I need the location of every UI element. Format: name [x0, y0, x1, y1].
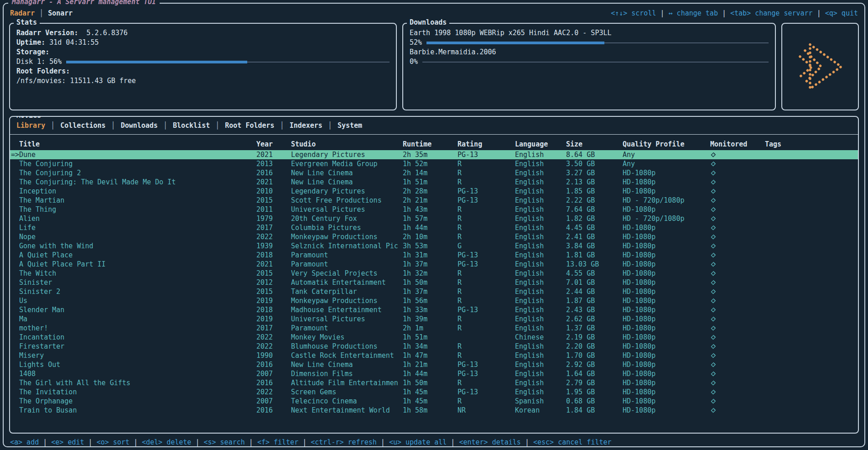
tab-blocklist[interactable]: Blocklist	[167, 120, 215, 131]
table-row[interactable]: Alien197920th Century Fox1h 57mREnglish1…	[10, 214, 858, 223]
tab-separator: │	[51, 120, 55, 131]
table-row[interactable]: The Conjuring2013Evergreen Media Group1h…	[10, 159, 858, 168]
tab-indexers[interactable]: Indexers	[284, 120, 328, 131]
cell-rating: R	[457, 351, 515, 360]
cell-rating: NR	[457, 406, 515, 415]
table-row[interactable]: Ma2019Universal Pictures1h 39mREnglish2.…	[10, 314, 858, 324]
cell-size: 2.62 GB	[566, 314, 623, 324]
servarr-tab-radarr[interactable]: Radarr	[10, 9, 35, 17]
cell-language: English	[515, 187, 566, 196]
table-row[interactable]: The Conjuring 22016New Line Cinema2h 14m…	[10, 168, 858, 178]
cell-language: English	[515, 241, 566, 251]
table-row[interactable]: The Martian2015Scott Free Productions2h …	[10, 196, 858, 205]
table-row[interactable]: Slender Man2018Madhouse Entertainment1h …	[10, 305, 858, 314]
table-row[interactable]: A Quiet Place2018Paramount1h 31mPG-13Eng…	[10, 251, 858, 260]
table-row[interactable]: Inception2010Legendary Pictures2h 28mPG-…	[10, 187, 858, 196]
monitored-icon	[710, 251, 765, 260]
cell-tags	[765, 241, 858, 251]
tab-collections[interactable]: Collections	[55, 120, 111, 131]
cell-size: 13.03 GB	[566, 260, 623, 269]
monitored-icon	[710, 324, 765, 333]
cell-year: 2007	[256, 369, 291, 378]
table-row[interactable]: Gone with the Wind1939Selznick Internati…	[10, 241, 858, 251]
table-row[interactable]: The Orphanage2007Telecinco Cinema1h 45mR…	[10, 397, 858, 406]
table-row[interactable]: Life2017Columbia Pictures1h 44mREnglish4…	[10, 223, 858, 232]
cell-language: English	[515, 251, 566, 260]
table-row[interactable]: The Thing2011Universal Pictures1h 43mREn…	[10, 205, 858, 214]
cell-runtime: 1h 47m	[403, 351, 457, 360]
servarr-tab-sonarr[interactable]: Sonarr	[48, 9, 73, 17]
cell-size: 2.20 GB	[566, 342, 623, 351]
tab-root-folders[interactable]: Root Folders	[219, 120, 280, 131]
column-header-title: Title	[10, 139, 256, 149]
table-row[interactable]: Sinister2012Automatik Entertainment1h 50…	[10, 278, 858, 287]
table-row[interactable]: mother!2017Paramount2h 1mREnglish1.37 GB…	[10, 324, 858, 333]
tab-library[interactable]: Library	[11, 120, 51, 131]
table-row[interactable]: The Girl with All the Gifts2016Altitude …	[10, 378, 858, 387]
help-item: <s> search	[203, 438, 244, 446]
cell-tags	[765, 342, 858, 351]
table-row[interactable]: 14082007Dimension Films1h 44mPG-13Englis…	[10, 369, 858, 378]
tab-system[interactable]: System	[332, 120, 368, 131]
monitored-icon	[710, 369, 765, 378]
cell-year: 2018	[256, 305, 291, 314]
cell-rating: PG-13	[457, 150, 515, 159]
servarr-tabs: Radarr│Sonarr	[10, 9, 73, 17]
cell-year: 2011	[256, 205, 291, 214]
table-row[interactable]: Lights Out2016New Line Cinema1h 21mPG-13…	[10, 360, 858, 369]
cell-quality: HD-1080p	[623, 351, 710, 360]
cell-studio: Columbia Pictures	[291, 223, 403, 232]
cell-rating: R	[457, 278, 515, 287]
help-item: <u> update all	[389, 438, 447, 446]
monitored-icon	[710, 260, 765, 269]
cell-studio: Evergreen Media Group	[291, 159, 403, 168]
table-row[interactable]: Sinister 22015Tank Caterpillar1h 37mREng…	[10, 287, 858, 296]
cell-size: 1.64 GB	[566, 369, 623, 378]
cell-title: The Conjuring	[10, 159, 256, 168]
cell-language: English	[515, 159, 566, 168]
cell-year: 2022	[256, 342, 291, 351]
cell-quality: HD-1080p	[623, 397, 710, 406]
cell-rating: R	[457, 232, 515, 241]
tab-downloads[interactable]: Downloads	[115, 120, 163, 131]
cell-year: 2007	[256, 397, 291, 406]
cell-language: English	[515, 150, 566, 159]
table-row[interactable]: Train to Busan2016Next Entertainment Wor…	[10, 406, 858, 415]
table-row[interactable]: Firestarter2022Blumhouse Productions1h 3…	[10, 342, 858, 351]
table-row[interactable]: A Quiet Place Part II2021Paramount1h 37m…	[10, 260, 858, 269]
help-separator: |	[521, 438, 533, 446]
cell-year: 2016	[256, 360, 291, 369]
help-separator: |	[447, 438, 459, 446]
cell-year: 2010	[256, 187, 291, 196]
movies-panel: Movies Library│Collections│Downloads│Blo…	[9, 116, 859, 434]
table-row[interactable]: Misery1990Castle Rock Entertainment1h 47…	[10, 351, 858, 360]
cell-title: The Girl with All the Gifts	[10, 378, 256, 387]
cell-studio: Paramount	[291, 324, 403, 333]
table-row[interactable]: The Conjuring: The Devil Made Me Do It20…	[10, 178, 858, 187]
help-item: <ctrl-r> refresh	[311, 438, 377, 446]
table-row[interactable]: Us2019Monkeypaw Productions1h 56mREnglis…	[10, 296, 858, 305]
cell-rating: PG-13	[457, 260, 515, 269]
cell-studio: Legendary Pictures	[291, 150, 403, 159]
cell-rating: R	[457, 397, 515, 406]
storage-heading: Storage:	[16, 47, 390, 57]
monitored-icon	[710, 232, 765, 241]
table-row[interactable]: The Invitation2022Screen Gems1h 45mPG-13…	[10, 387, 858, 397]
table-row[interactable]: The Witch2015Very Special Projects1h 32m…	[10, 269, 858, 278]
cell-runtime: 1h 51m	[403, 333, 457, 342]
cell-quality: HD-1080p	[623, 168, 710, 178]
cell-quality: HD-1080p	[623, 342, 710, 351]
cell-title: Incantation	[10, 333, 256, 342]
cell-language: English	[515, 269, 566, 278]
cell-language: English	[515, 324, 566, 333]
cell-studio: Telecinco Cinema	[291, 397, 403, 406]
cell-language: English	[515, 287, 566, 296]
cell-quality: HD-1080p	[623, 241, 710, 251]
cell-year: 2016	[256, 406, 291, 415]
cell-tags	[765, 351, 858, 360]
table-row[interactable]: =>Dune2021Legendary Pictures2h 35mPG-13E…	[10, 150, 858, 159]
table-row[interactable]: Nope2022Monkeypaw Productions2h 10mREngl…	[10, 232, 858, 241]
cell-runtime: 1h 45m	[403, 387, 457, 397]
table-row[interactable]: Incantation2022Monkey Movies1h 51mChines…	[10, 333, 858, 342]
monitored-icon	[710, 168, 765, 178]
